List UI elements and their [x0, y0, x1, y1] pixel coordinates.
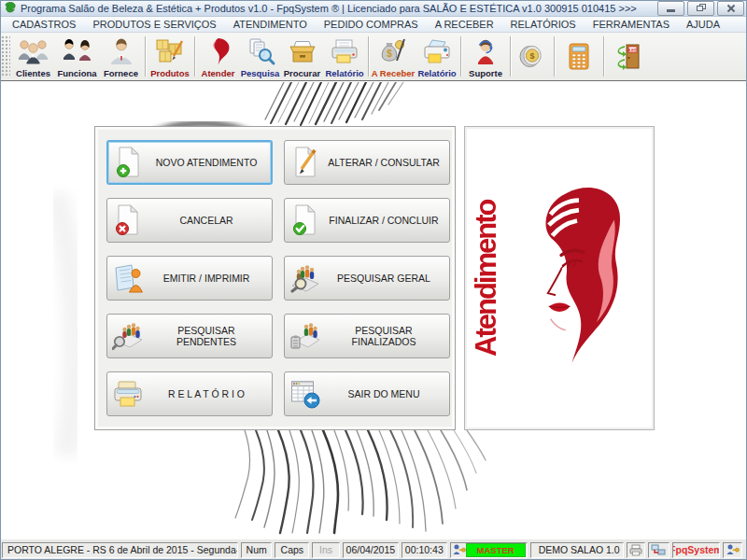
- toolbar-button-calculator[interactable]: [557, 34, 601, 79]
- user-key-icon: [726, 543, 740, 556]
- minimize-icon: [667, 9, 675, 12]
- toolbar-label: Pesquisa: [241, 69, 280, 78]
- search-drawer-icon: [287, 35, 318, 69]
- status-app-name: DEMO SALAO 1.0: [530, 542, 625, 558]
- relatorio-button[interactable]: R E L A T Ó R I O: [106, 371, 273, 416]
- menu-cadastros[interactable]: CADASTROS: [4, 18, 84, 32]
- window-title: Programa Salão de Beleza & Estética + Pr…: [21, 3, 655, 14]
- toolbar-separator: [194, 36, 195, 77]
- status-bar: PORTO ALEGRE - RS 6 de Abril de 2015 - S…: [0, 539, 747, 560]
- toolbar-button-atender[interactable]: Atender: [197, 34, 239, 79]
- document-add-icon: [108, 147, 149, 178]
- atendimento-side-panel: Atendimento: [464, 126, 655, 430]
- status-access-key[interactable]: [723, 542, 742, 558]
- button-label: NOVO ATENDIMENTO: [149, 157, 271, 168]
- status-network[interactable]: [648, 542, 669, 558]
- svg-text:EXIT: EXIT: [628, 48, 638, 52]
- side-panel-title: Atendimento: [470, 134, 513, 422]
- woman-profile-logo: [512, 178, 644, 378]
- user-key-icon: [452, 543, 466, 556]
- people-clipboard-icon: [285, 321, 326, 351]
- toolbar-label: Fornece: [104, 69, 138, 78]
- status-printer[interactable]: [627, 542, 644, 558]
- status-time: 00:10:43: [402, 542, 447, 558]
- document-edit-icon: [285, 147, 326, 178]
- menu-ferramentas[interactable]: FERRAMENTAS: [585, 18, 678, 32]
- button-label: ALTERAR / CONSULTAR: [326, 157, 449, 168]
- pesquisar-pendentes-button[interactable]: PESQUISAR PENDENTES: [106, 314, 273, 358]
- restore-button[interactable]: [687, 1, 714, 16]
- toolbar-button-relatorio[interactable]: Relatório: [323, 34, 366, 79]
- support-agent-icon: [471, 35, 500, 69]
- toolbar-button-produtos[interactable]: Produtos: [148, 34, 192, 79]
- button-label: PESQUISAR PENDENTES: [148, 325, 272, 347]
- svg-text:$: $: [529, 51, 534, 61]
- novo-atendimento-button[interactable]: NOVO ATENDIMENTO: [106, 140, 273, 185]
- toolbar-button-relatorio-2[interactable]: Relatório: [416, 34, 458, 79]
- toolbar-grip[interactable]: [1, 35, 10, 77]
- toolbar-label: Produtos: [150, 69, 190, 78]
- toolbar-button-funcionarios[interactable]: Funciona: [55, 34, 99, 79]
- toolbar-label: Relatório: [417, 69, 456, 78]
- toolbar-button-fornecedores[interactable]: Fornece: [99, 34, 143, 79]
- sair-do-menu-button[interactable]: SAIR DO MENU: [284, 371, 450, 416]
- menu-ajuda[interactable]: AJUDA: [678, 18, 728, 32]
- cancelar-button[interactable]: CANCELAR: [106, 198, 273, 243]
- status-num-lock: Num: [241, 542, 272, 558]
- toolbar-button-suporte[interactable]: Suporte: [463, 34, 508, 79]
- toolbar-button-pesquisa[interactable]: Pesquisa: [239, 34, 281, 79]
- menu-relatorios[interactable]: RELATÓRIOS: [502, 18, 585, 32]
- coin-icon: $: [517, 35, 547, 78]
- finalizar-concluir-button[interactable]: FINALIZAR / CONCLUIR: [284, 198, 450, 243]
- toolbar-button-coin[interactable]: $: [513, 34, 552, 79]
- toolbar-button-clientes[interactable]: Clientes: [11, 34, 55, 79]
- toolbar-button-a-receber[interactable]: $ A Receber: [371, 34, 416, 79]
- products-boxes-icon: [154, 35, 186, 69]
- menu-atendimento[interactable]: ATENDIMENTO: [225, 18, 316, 32]
- toolbar-separator: [510, 36, 511, 77]
- close-button[interactable]: [717, 1, 744, 16]
- emitir-imprimir-button[interactable]: EMITIR / IMPRIMIR: [106, 256, 273, 301]
- report-printer-icon: [329, 35, 360, 69]
- toolbar-label: Clientes: [16, 69, 50, 78]
- toolbar-separator: [554, 36, 555, 77]
- printer-icon: [629, 544, 642, 556]
- button-label: EMITIR / IMPRIMIR: [148, 273, 272, 284]
- employees-icon: [61, 35, 94, 69]
- button-label: PESQUISAR FINALIZADOS: [326, 325, 449, 347]
- minimize-button[interactable]: [657, 1, 684, 16]
- supplier-icon: [106, 35, 137, 69]
- toolbar-label: Funciona: [57, 69, 96, 78]
- alterar-consultar-button[interactable]: ALTERAR / CONSULTAR: [284, 140, 450, 185]
- menu-pedido-compras[interactable]: PEDIDO COMPRAS: [316, 18, 427, 32]
- receivables-moneybag-icon: $: [377, 35, 409, 69]
- toolbar-label: Procurar: [284, 69, 321, 78]
- toolbar-label: Suporte: [469, 69, 502, 78]
- button-label: SAIR DO MENU: [326, 388, 449, 399]
- menu-produtos-e-servicos[interactable]: PRODUTOS E SERVIÇOS: [84, 18, 224, 32]
- toolbar-button-procurar[interactable]: Procurar: [281, 34, 323, 79]
- toolbar-separator: [368, 36, 369, 77]
- toolbar-separator: [603, 36, 604, 77]
- document-check-icon: [285, 204, 326, 236]
- magnifier-people-icon: [107, 321, 148, 351]
- toolbar-label: Relatório: [325, 69, 363, 78]
- pesquisar-geral-button[interactable]: PESQUISAR GERAL: [284, 256, 450, 301]
- toolbar-label: A Receber: [372, 69, 416, 78]
- attendance-menu-panel: NOVO ATENDIMENTO ALTERAR / CONSULTAR: [94, 126, 456, 430]
- green-swirl-app-icon: [4, 2, 17, 14]
- restore-icon: [697, 4, 706, 12]
- toolbar-label: Atender: [202, 69, 235, 78]
- sheet-person-icon: [107, 262, 148, 294]
- status-insert: Ins: [312, 542, 339, 558]
- toolbar-button-exit[interactable]: EXIT: [606, 34, 649, 79]
- people-magnifier-icon: [285, 263, 326, 293]
- pesquisar-finalizados-button[interactable]: PESQUISAR FINALIZADOS: [284, 314, 450, 358]
- status-user-badge: MASTER: [466, 543, 526, 557]
- menu-bar: CADASTROS PRODUTOS E SERVIÇOS ATENDIMENT…: [0, 17, 747, 33]
- button-label: FINALIZAR / CONCLUIR: [326, 215, 449, 226]
- title-bar[interactable]: Programa Salão de Beleza & Estética + Pr…: [0, 0, 747, 17]
- button-label: PESQUISAR GERAL: [326, 273, 449, 284]
- menu-a-receber[interactable]: A RECEBER: [427, 18, 502, 32]
- window-back-icon: [285, 379, 326, 409]
